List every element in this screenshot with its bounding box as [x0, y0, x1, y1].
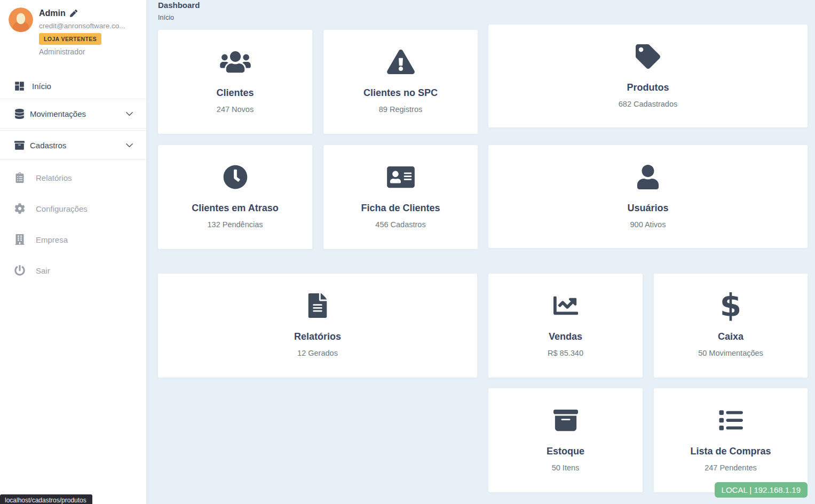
card-subtitle: 50 Itens — [552, 463, 580, 472]
card-title: Produtos — [627, 82, 669, 93]
user-role: Administrador — [39, 47, 85, 56]
card-title: Lista de Compras — [690, 446, 771, 457]
database-icon — [14, 109, 25, 119]
page-title: Dashboard — [158, 1, 200, 10]
sidebar-secondary-nav: Relatórios Configurações Empresa Sair — [0, 162, 146, 286]
card-estoque[interactable]: Estoque 50 Itens — [488, 388, 643, 492]
card-title: Ficha de Clientes — [361, 203, 440, 214]
sidebar: Admin credit@anronsoftware.co... LOJA VE… — [0, 0, 147, 504]
card-subtitle: 456 Cadastros — [375, 220, 425, 229]
card-subtitle: 900 Ativos — [630, 220, 666, 229]
avatar[interactable] — [9, 7, 33, 32]
card-title: Clientes — [216, 87, 254, 99]
clock-icon — [220, 164, 251, 190]
card-lista-compras[interactable]: Lista de Compras 247 Pendentes — [654, 388, 808, 492]
sidebar-item-cadastros[interactable]: Cadastros — [0, 130, 146, 160]
page-header: Dashboard Início — [158, 1, 200, 21]
card-ficha-clientes[interactable]: Ficha de Clientes 456 Cadastros — [323, 145, 478, 249]
user-name: Admin — [39, 9, 77, 18]
sidebar-item-inicio[interactable]: Início — [0, 73, 146, 99]
power-icon — [14, 265, 25, 276]
sidebar-item-label: Relatórios — [36, 173, 72, 182]
card-caixa[interactable]: $ Caixa 50 Movimentações — [654, 274, 808, 378]
gear-icon — [14, 203, 25, 214]
dollar-icon: $ — [720, 293, 741, 318]
sidebar-item-label: Movimentações — [30, 109, 125, 118]
card-subtitle: 682 Cadastrados — [619, 100, 677, 108]
status-link-preview: localhost/cadastros/produtos — [0, 494, 92, 504]
card-title: Clientes no SPC — [363, 87, 438, 99]
tag-icon — [632, 44, 663, 69]
sidebar-item-label: Cadastros — [30, 141, 125, 150]
sidebar-item-movimentacoes[interactable]: Movimentações — [0, 99, 146, 129]
sidebar-item-label: Configurações — [36, 204, 88, 213]
user-name-text: Admin — [39, 9, 66, 18]
main-content: Dashboard Início Clientes 247 Novos Clie… — [147, 0, 815, 504]
sidebar-item-label: Início — [32, 82, 51, 91]
warning-icon — [385, 49, 416, 75]
user-icon — [632, 164, 663, 190]
card-produtos[interactable]: Produtos 682 Cadastrados — [488, 25, 808, 127]
id-card-icon — [385, 164, 416, 190]
card-subtitle: 89 Registros — [379, 105, 422, 114]
clipboard-list-icon — [14, 172, 25, 183]
card-title: Usuários — [627, 203, 668, 214]
card-subtitle: 132 Pendências — [208, 220, 263, 229]
card-title: Relatórios — [294, 331, 341, 342]
dashboard-grid-icon — [14, 81, 25, 91]
environment-badge: LOCAL | 192.168.1.19 — [715, 482, 808, 498]
chevron-down-icon — [125, 141, 134, 150]
store-badge: LOJA VERTENTES — [39, 33, 101, 45]
card-subtitle: 247 Novos — [217, 105, 254, 114]
card-clientes-atraso[interactable]: Clientes em Atraso 132 Pendências — [158, 145, 312, 249]
users-icon — [220, 49, 251, 75]
building-icon — [14, 234, 25, 245]
card-subtitle: 12 Gerados — [297, 349, 338, 357]
card-relatorios[interactable]: Relatórios 12 Gerados — [158, 274, 477, 378]
card-title: Vendas — [549, 331, 582, 342]
list-icon — [715, 407, 746, 433]
user-card: Admin credit@anronsoftware.co... LOJA VE… — [0, 0, 146, 67]
card-title: Estoque — [547, 446, 584, 457]
user-email: credit@anronsoftware.co... — [39, 22, 125, 30]
sidebar-item-sair[interactable]: Sair — [0, 255, 146, 286]
box-icon — [550, 407, 581, 433]
card-clientes-spc[interactable]: Clientes no SPC 89 Registros — [323, 30, 478, 134]
sidebar-item-empresa[interactable]: Empresa — [0, 224, 146, 255]
card-subtitle: 247 Pendentes — [705, 463, 757, 472]
card-vendas[interactable]: Vendas R$ 85.340 — [488, 274, 643, 378]
breadcrumb: Início — [158, 14, 200, 21]
sidebar-item-relatorios[interactable]: Relatórios — [0, 162, 146, 193]
card-clientes[interactable]: Clientes 247 Novos — [158, 30, 312, 134]
card-title: Clientes em Atraso — [192, 203, 278, 214]
avatar-image — [9, 7, 33, 32]
sidebar-item-label: Sair — [36, 266, 50, 275]
card-usuarios[interactable]: Usuários 900 Ativos — [488, 145, 808, 248]
sidebar-item-label: Empresa — [36, 235, 68, 244]
file-icon — [302, 293, 333, 318]
card-subtitle: R$ 85.340 — [548, 349, 583, 357]
sidebar-item-configuracoes[interactable]: Configurações — [0, 193, 146, 224]
edit-pencil-icon[interactable] — [70, 10, 77, 17]
archive-icon — [14, 140, 25, 150]
chevron-down-icon — [125, 109, 134, 118]
card-title: Caixa — [718, 331, 743, 342]
chart-icon — [550, 293, 581, 318]
card-subtitle: 50 Movimentações — [698, 349, 763, 357]
